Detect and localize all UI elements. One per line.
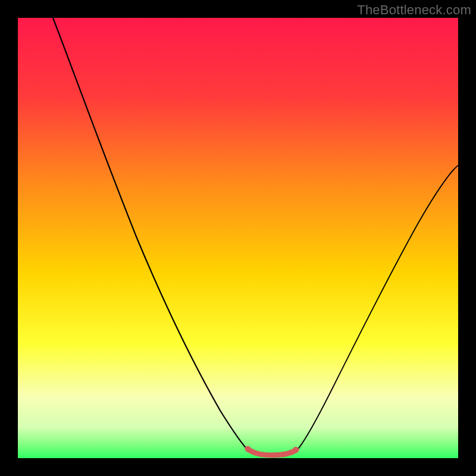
- watermark-text: TheBottleneck.com: [357, 2, 471, 18]
- bottom-highlight-segment: [248, 449, 296, 455]
- right-curve: [296, 165, 458, 451]
- left-curve: [53, 18, 249, 451]
- plot-area: [18, 18, 458, 458]
- curve-layer: [18, 18, 458, 458]
- highlight-end-dot: [293, 447, 299, 453]
- chart-container: TheBottleneck.com: [0, 0, 476, 476]
- highlight-start-dot: [245, 446, 251, 452]
